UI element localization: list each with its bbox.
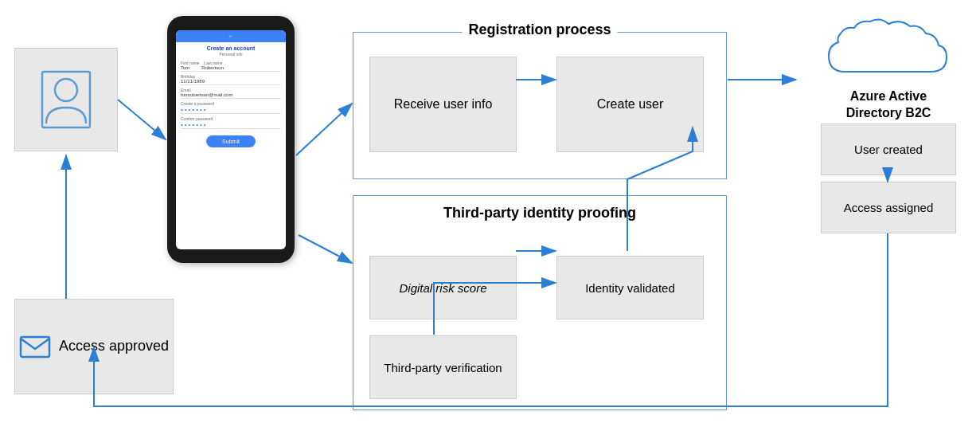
digital-risk-score-label: Digital risk score — [399, 281, 486, 295]
user-icon — [38, 68, 94, 131]
diagram: Access approved ← Create an account Pers… — [0, 0, 980, 435]
identity-proofing-title: Third-party identity proofing — [443, 204, 636, 222]
receive-user-info-label: Receive user info — [394, 97, 493, 112]
phone-screen: ← Create an account Personal info First … — [176, 30, 286, 249]
access-approved-label: Access approved — [59, 337, 169, 355]
user-to-phone-arrow — [118, 100, 166, 139]
phone-body: ← Create an account Personal info First … — [167, 16, 295, 263]
access-assigned-label: Access assigned — [844, 201, 934, 214]
phone-container: ← Create an account Personal info First … — [167, 16, 295, 263]
identity-validated-label: Identity validated — [585, 281, 675, 295]
create-user-box: Create user — [556, 57, 704, 152]
azure-label: Azure Active Directory B2C — [821, 88, 956, 122]
third-party-verification-label: Third-party verification — [384, 361, 502, 374]
registration-process-box: Registration process Receive user info C… — [353, 32, 727, 179]
phone-to-identity-arrow — [299, 235, 352, 263]
svg-point-1 — [55, 79, 77, 101]
third-party-verification-box: Third-party verification — [369, 335, 517, 399]
create-user-label: Create user — [597, 97, 664, 112]
user-icon-box — [14, 48, 118, 151]
phone-to-registration-arrow — [296, 104, 352, 155]
azure-cloud: Azure Active Directory B2C — [821, 12, 956, 122]
svg-rect-0 — [42, 72, 90, 127]
email-icon — [19, 333, 51, 361]
digital-risk-score-box: Digital risk score — [369, 256, 517, 319]
access-approved-box: Access approved — [14, 299, 174, 394]
svg-rect-2 — [21, 337, 49, 357]
receive-user-info-box: Receive user info — [369, 57, 517, 152]
phone-title: Create an account — [181, 45, 281, 51]
identity-validated-box: Identity validated — [556, 256, 704, 319]
phone-subtitle: Personal info — [181, 52, 281, 57]
identity-proofing-box: Third-party identity proofing Digital ri… — [353, 195, 727, 410]
phone-submit-button[interactable]: Submit — [206, 135, 256, 147]
user-created-box: User created — [821, 123, 956, 175]
cloud-icon — [821, 12, 956, 84]
access-assigned-box: Access assigned — [821, 182, 956, 233]
user-created-label: User created — [854, 143, 923, 156]
registration-process-title: Registration process — [462, 22, 617, 38]
